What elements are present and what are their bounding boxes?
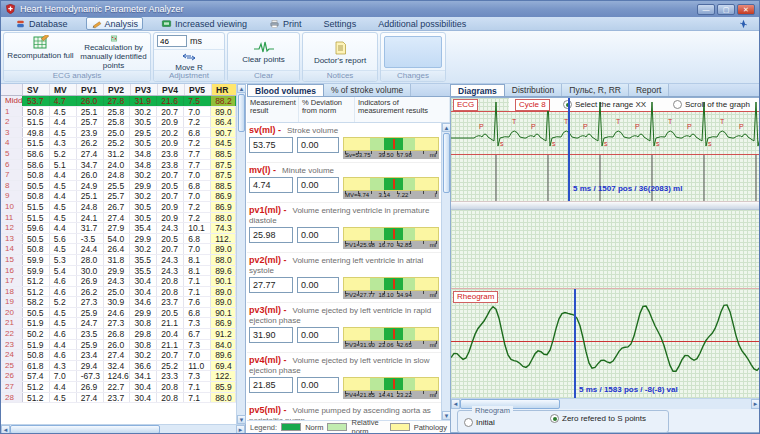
table-row-13[interactable]: 1350.55.6-3.554.029.920.56.8112. [1, 234, 236, 245]
column-header-HR[interactable]: HR [212, 84, 237, 95]
move-r-button[interactable]: Move R [154, 49, 224, 72]
rheogram-chart[interactable]: Rheogram 5 ms / 1583 pos / -8(-8) val [451, 288, 760, 398]
toolbar-group-notices: Doctor's report Notices [302, 32, 378, 82]
table-row-6[interactable]: 658.65.134.724.034.823.87.787.5 [1, 160, 236, 171]
radio-select-range[interactable]: Select the range XX [563, 100, 646, 109]
svg-text:s: s [500, 140, 504, 147]
radio-zero-referred[interactable]: Zero refered to S points [550, 414, 666, 423]
table-row-3[interactable]: 349.84.523.925.029.520.26.890.7 [1, 128, 236, 139]
recomputation-full-button[interactable]: Recomputation full [4, 33, 77, 70]
table-row-24[interactable]: 2450.84.623.427.430.220.77.089.6 [1, 350, 236, 361]
menu-item-increased-viewing[interactable]: Increased viewing [157, 17, 251, 30]
menu-item-settings[interactable]: Settings [320, 17, 361, 30]
table-row-11[interactable]: 1151.54.524.127.430.520.97.288.0 [1, 213, 236, 224]
cell-pv1: 29.4 [77, 361, 104, 371]
table-horizontal-scrollbar[interactable]: ◄ ► [1, 424, 245, 433]
column-header-PV4[interactable]: PV4 [158, 84, 185, 95]
table-row-21[interactable]: 2151.94.524.727.330.821.17.386.9 [1, 318, 236, 329]
empty-grid-strip [451, 210, 760, 288]
scroll-up-arrow[interactable]: ▲ [237, 84, 246, 93]
table-row-20[interactable]: 2050.54.525.924.629.920.56.890.1 [1, 308, 236, 319]
table-row-22[interactable]: 2250.24.623.526.829.820.46.791.2 [1, 329, 236, 340]
rheogram-cursor-line[interactable] [574, 289, 576, 398]
column-header-PV3[interactable]: PV3 [131, 84, 158, 95]
radio-scroll-graph[interactable]: Scroll of the graph [673, 100, 750, 109]
tab-stroke-volume-percent[interactable]: % of stroke volume [324, 84, 411, 96]
table-row-28[interactable]: 2851.24.527.423.730.420.87.188.0 [1, 393, 236, 404]
deviation-field[interactable]: 0.00 [297, 137, 339, 153]
table-row-26[interactable]: 2657.47.0-67.3124.634.123.37.3122. [1, 371, 236, 382]
scroll-thumb[interactable] [10, 425, 160, 434]
deviation-field[interactable]: 0.00 [297, 227, 339, 243]
ecg-chart[interactable]: PsTPsTPsTPsTPsTPsT ECG Cycle 8 Select th… [451, 98, 760, 202]
measurement-value-field[interactable]: 4.74 [249, 177, 293, 193]
table-row-10[interactable]: 1051.54.524.826.730.520.97.286.9 [1, 202, 236, 213]
measurement-value-field[interactable]: 25.98 [249, 227, 293, 243]
deviation-field[interactable]: 0.00 [297, 277, 339, 293]
volumes-vertical-scrollbar[interactable]: ▲ ▼ [441, 123, 450, 420]
column-header-PV2[interactable]: PV2 [104, 84, 131, 95]
deviation-field[interactable]: 0.00 [297, 327, 339, 343]
minimize-button[interactable]: — [697, 4, 715, 15]
close-button[interactable]: ✕ [737, 4, 755, 15]
table-row-19[interactable]: 1958.25.227.330.934.623.77.689.0 [1, 297, 236, 308]
table-row-16[interactable]: 1659.95.430.029.935.524.38.189.6 [1, 266, 236, 277]
measurement-value-field[interactable]: 27.77 [249, 277, 293, 293]
changes-placeholder[interactable] [384, 36, 442, 68]
clear-points-button[interactable]: Clear points [228, 33, 299, 70]
ms-input[interactable] [157, 35, 187, 47]
scroll-left-arrow[interactable]: ◄ [1, 425, 10, 434]
scroll-thumb[interactable] [238, 94, 245, 132]
radio-initial[interactable]: Initial [464, 418, 495, 427]
tab-diagrams[interactable]: Diagrams [450, 84, 505, 96]
table-row-23[interactable]: 2351.94.425.926.030.821.17.384.0 [1, 340, 236, 351]
tab-report[interactable]: Report [629, 84, 670, 96]
table-row-14[interactable]: 1450.84.524.426.430.220.77.089.0 [1, 244, 236, 255]
scroll-down-arrow[interactable]: ▼ [237, 415, 246, 424]
table-row-2[interactable]: 251.54.425.725.830.520.97.286.4 [1, 117, 236, 128]
scroll-left-arrow[interactable]: ◄ [451, 399, 460, 409]
tab-pulse-r-rr[interactable]: Пульс, R, RR [562, 84, 629, 96]
recalculation-button[interactable]: Recalculation by manually identified poi… [77, 33, 150, 70]
table-row-9[interactable]: 950.84.425.125.730.220.77.086.9 [1, 191, 236, 202]
doctors-report-button[interactable]: Doctor's report [303, 33, 377, 70]
menu-item-analysis[interactable]: Analysis [86, 17, 144, 30]
table-row-1[interactable]: 150.84.525.125.830.220.77.089.0 [1, 107, 236, 118]
table-row-8[interactable]: 850.54.524.925.529.920.56.888.5 [1, 181, 236, 192]
table-row-18[interactable]: 1851.24.626.225.030.420.87.189.0 [1, 287, 236, 298]
measurement-value-field[interactable]: 53.75 [249, 137, 293, 153]
table-row-25[interactable]: 2561.84.329.432.436.625.211.069.4 [1, 361, 236, 372]
table-row-7[interactable]: 750.84.426.024.830.220.77.087.5 [1, 170, 236, 181]
tab-distribution[interactable]: Distribution [505, 84, 563, 96]
deviation-field[interactable]: 0.00 [297, 177, 339, 193]
measurement-value-field[interactable]: 21.85 [249, 377, 293, 393]
cell-pv5: 7.3 [184, 371, 211, 381]
menu-corner-icon[interactable] [738, 19, 749, 29]
table-row-15[interactable]: 1559.95.328.031.835.524.38.188.0 [1, 255, 236, 266]
column-header-PV5[interactable]: PV5 [185, 84, 212, 95]
measurement-value-field[interactable]: 31.90 [249, 327, 293, 343]
menu-item-database[interactable]: Database [11, 17, 72, 30]
table-rows: Middle53.74.726.027.831.921.67.588.2150.… [1, 96, 236, 403]
maximize-button[interactable]: ▢ [717, 4, 735, 15]
column-header-PV1[interactable]: PV1 [77, 84, 104, 95]
table-row-12[interactable]: 1259.64.431.727.935.424.310.174.3 [1, 223, 236, 234]
column-header-SV[interactable]: SV [23, 84, 50, 95]
scroll-thumb[interactable] [443, 133, 450, 193]
cell-pv5: 7.2 [184, 117, 211, 127]
scroll-right-arrow[interactable]: ► [236, 425, 245, 434]
table-row-27[interactable]: 2751.24.426.922.730.420.87.185.9 [1, 382, 236, 393]
table-row-middle[interactable]: Middle53.74.726.027.831.921.67.588.2 [1, 96, 236, 107]
table-row-17[interactable]: 1751.24.626.924.330.420.87.190.1 [1, 276, 236, 287]
table-row-5[interactable]: 558.65.227.431.234.823.87.788.5 [1, 149, 236, 160]
column-header-MV[interactable]: MV [50, 84, 77, 95]
deviation-field[interactable]: 0.00 [297, 377, 339, 393]
menu-item-print[interactable]: Print [265, 17, 306, 30]
menu-item-additional-possibilities[interactable]: Additional possibilities [374, 17, 470, 30]
column-header-rownum[interactable] [1, 84, 23, 95]
tab-blood-volumes[interactable]: Blood volumes [247, 84, 324, 96]
table-vertical-scrollbar[interactable]: ▲ ▼ [236, 84, 245, 424]
ecg-cursor-line[interactable] [568, 98, 570, 201]
scroll-right-arrow[interactable]: ► [751, 399, 760, 409]
table-row-4[interactable]: 451.54.326.225.230.520.97.284.5 [1, 138, 236, 149]
